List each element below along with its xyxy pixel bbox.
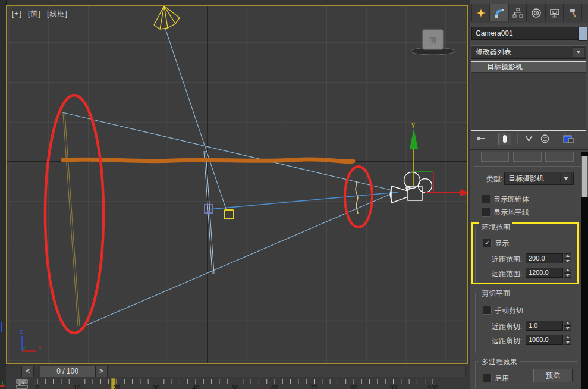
- type-label: 类型:: [486, 174, 502, 184]
- stock-lens-button-partial[interactable]: [513, 152, 542, 162]
- viewport-front-wireframe[interactable]: y 前 z x y: [6, 5, 468, 364]
- camera-target-line: [209, 192, 398, 209]
- tab-utilities[interactable]: [564, 4, 582, 21]
- tab-hierarchy[interactable]: [508, 4, 527, 21]
- target-light-cone[interactable]: [154, 6, 180, 29]
- tripod-z-label: z: [20, 328, 23, 335]
- ruler-frame-label: 60: [271, 384, 278, 389]
- near-clip-spinner[interactable]: [564, 321, 571, 331]
- viewport-scene: y 前 z x y: [7, 6, 467, 363]
- enable-multipass-label: 启用: [495, 374, 509, 384]
- orange-annotation-stroke: [63, 159, 353, 162]
- far-clip-spinner[interactable]: [564, 335, 571, 345]
- gizmo-y-arrow[interactable]: [410, 128, 418, 149]
- far-range-label: 远距范围:: [492, 269, 522, 279]
- viewport-menu-shading[interactable]: [线框]: [47, 10, 68, 18]
- object-color-swatch[interactable]: [578, 27, 587, 41]
- viewport-menu-general[interactable]: [+]: [12, 10, 22, 18]
- preview-button[interactable]: 预览: [533, 369, 573, 382]
- tab-motion[interactable]: [527, 4, 545, 21]
- show-horizon-label: 显示地平线: [493, 208, 529, 218]
- light-target-object[interactable]: [224, 210, 234, 219]
- near-clip-label: 近距剪切:: [492, 322, 522, 332]
- modify-icon: [494, 8, 505, 18]
- near-clip-field[interactable]: 1.0: [526, 321, 563, 331]
- viewport-menu-pov[interactable]: [前]: [28, 10, 41, 18]
- application-window: y 前 z x y: [0, 0, 588, 389]
- show-cone-checkbox[interactable]: [482, 194, 490, 203]
- red-annotation-ellipse-far: [45, 95, 103, 333]
- stack-item-target-camera[interactable]: 目标摄影机: [471, 62, 586, 73]
- time-slider-track[interactable]: [108, 366, 466, 377]
- light-target-line: [165, 29, 227, 211]
- modifier-stack-list[interactable]: 目标摄影机: [471, 61, 586, 131]
- chevron-down-icon[interactable]: [560, 174, 572, 183]
- hierarchy-icon: [512, 8, 523, 18]
- object-name-field[interactable]: Camera001: [471, 27, 578, 40]
- utilities-icon: [568, 8, 578, 18]
- viewcube-face-label[interactable]: 前: [429, 36, 437, 45]
- clipping-planes-title: 剪切平面: [479, 288, 512, 299]
- tripod-y-label: y: [23, 345, 26, 351]
- ruler-frame-label: 100: [427, 384, 438, 389]
- gizmo-y-label: y: [411, 120, 415, 128]
- near-range-spinner[interactable]: [564, 253, 571, 263]
- ruler-frame-label: 10: [73, 384, 80, 389]
- time-slider-handle[interactable]: 0 / 100: [40, 366, 95, 377]
- viewcube[interactable]: 前: [411, 30, 455, 55]
- ruler-frame-label: 20: [113, 384, 120, 389]
- tab-create[interactable]: [471, 4, 490, 21]
- motion-icon: [531, 8, 542, 18]
- ruler-frame-label: 50: [231, 384, 238, 389]
- mini-curve-editor-icon[interactable]: [15, 379, 32, 389]
- far-clip-field[interactable]: 1000.0: [526, 335, 563, 345]
- previous-frame-button[interactable]: <: [21, 366, 34, 377]
- track-bar[interactable]: 0102030405060708090100: [6, 378, 470, 389]
- camera-object[interactable]: [390, 172, 432, 203]
- far-range-spinner[interactable]: [564, 268, 571, 278]
- chevron-down-icon[interactable]: [573, 47, 584, 57]
- ruler-frame-label: 80: [350, 384, 357, 389]
- time-slider: < 0 / 100 >: [6, 365, 470, 378]
- far-range-plane[interactable]: [63, 113, 80, 326]
- camera-type-value: 目标摄影机: [508, 174, 544, 183]
- stock-lens-button-partial[interactable]: [545, 152, 574, 162]
- clip-manually-label: 手动剪切: [495, 306, 523, 316]
- make-unique-icon[interactable]: [524, 134, 534, 144]
- camera-type-dropdown[interactable]: 目标摄影机: [504, 172, 574, 185]
- toolbar-separator: [492, 134, 492, 143]
- configure-modifier-sets-icon[interactable]: [562, 134, 574, 144]
- toolbar-separator: [517, 134, 518, 143]
- remove-modifier-icon[interactable]: [540, 134, 550, 144]
- pin-stack-icon[interactable]: [476, 134, 486, 144]
- multipass-effect-title: 多过程效果: [479, 357, 520, 367]
- far-clip-label: 远距剪切:: [492, 336, 522, 346]
- ruler-frame-label: 90: [389, 384, 397, 389]
- tab-display[interactable]: [545, 4, 564, 21]
- ruler-frame-label: 40: [192, 384, 199, 389]
- modifier-stack-toolbar: [470, 132, 588, 145]
- far-range-field[interactable]: 1200.0: [526, 268, 563, 278]
- gizmo-x-arrow[interactable]: [460, 189, 467, 196]
- enable-multipass-checkbox[interactable]: [483, 374, 492, 382]
- show-horizon-checkbox[interactable]: [482, 208, 490, 217]
- ruler-frame-label: 0: [36, 384, 39, 389]
- near-range-label: 近距范围:: [492, 255, 522, 265]
- tab-modify[interactable]: [490, 4, 508, 21]
- next-frame-button[interactable]: >: [95, 366, 108, 377]
- near-range-field[interactable]: 200.0: [526, 253, 563, 263]
- panel-scrollbar[interactable]: [581, 152, 588, 389]
- environment-ranges-title: 环境范围: [479, 222, 512, 233]
- show-end-result-icon[interactable]: [498, 133, 511, 145]
- viewport-grid: [7, 6, 467, 363]
- panel-scrollbar-thumb[interactable]: [581, 156, 588, 197]
- modifier-list-dropdown[interactable]: 修改器列表: [471, 45, 586, 59]
- clip-manually-checkbox[interactable]: [483, 306, 492, 315]
- tripod-x-label: x: [38, 343, 42, 350]
- stock-lens-button-partial[interactable]: [481, 152, 509, 162]
- track-bar-ruler[interactable]: 0102030405060708090100: [6, 378, 470, 389]
- modifier-list-label: 修改器列表: [476, 48, 511, 56]
- adjacent-viewport-axis-tripod: [0, 315, 6, 389]
- ruler-frame-label: 30: [152, 384, 159, 389]
- show-ranges-checkbox[interactable]: ✓: [483, 239, 492, 247]
